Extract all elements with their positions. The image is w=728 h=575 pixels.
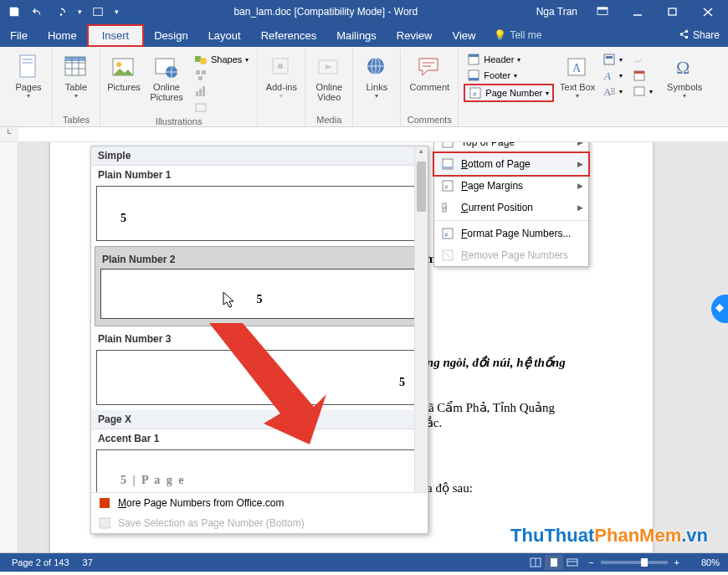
tab-file[interactable]: File xyxy=(0,24,38,47)
smartart-icon xyxy=(194,69,208,82)
web-layout-button[interactable] xyxy=(563,555,582,570)
pictures-button[interactable]: Pictures xyxy=(105,52,142,92)
date-time-button[interactable] xyxy=(629,68,656,83)
svg-rect-22 xyxy=(195,56,201,62)
svg-point-23 xyxy=(200,58,207,64)
ruler-corner: L xyxy=(0,127,18,141)
svg-text:#: # xyxy=(473,90,477,98)
ribbon-display-button[interactable] xyxy=(586,1,619,23)
gallery-item-plain3[interactable]: 5 xyxy=(96,350,423,405)
drop-cap-icon: A xyxy=(602,85,616,98)
status-words[interactable]: 37 xyxy=(76,557,100,567)
watermark: ThuThuatPhanMem.vn xyxy=(510,525,708,547)
user-name[interactable]: Nga Tran xyxy=(530,6,584,18)
drop-cap-button[interactable]: A▾ xyxy=(599,84,626,99)
pages-button[interactable]: Pages ▾ xyxy=(10,52,47,100)
screenshot-button[interactable] xyxy=(191,100,252,115)
page-number-menu: Top of Page ▶ Bottom of Page ▶ # Page Ma… xyxy=(433,142,589,267)
status-bar: Page 2 of 143 37 − + 80% xyxy=(0,553,728,572)
svg-rect-57 xyxy=(443,142,453,147)
svg-rect-54 xyxy=(634,71,644,74)
svg-rect-32 xyxy=(278,64,283,69)
quick-parts-button[interactable]: ▾ xyxy=(599,52,626,67)
object-button[interactable]: ▾ xyxy=(629,84,656,99)
menu-remove-page-numbers: Remove Page Numbers xyxy=(434,244,588,266)
status-page[interactable]: Page 2 of 143 xyxy=(5,557,76,567)
svg-rect-26 xyxy=(198,76,203,80)
close-button[interactable] xyxy=(691,1,725,23)
gallery-item-plain2[interactable]: Plain Number 2 5 xyxy=(95,246,424,326)
tab-view[interactable]: View xyxy=(442,24,485,47)
tab-layout[interactable]: Layout xyxy=(198,24,251,47)
redo-button[interactable] xyxy=(50,3,72,21)
gallery-scrollbar[interactable]: ▴ ▾ xyxy=(414,146,428,503)
page-number-icon: # xyxy=(469,86,482,100)
qat-customize-button[interactable]: ▾ xyxy=(110,3,122,21)
menu-bottom-of-page[interactable]: Bottom of Page ▶ xyxy=(434,153,588,175)
gallery-scroll-thumb[interactable] xyxy=(417,162,426,212)
gallery-save-selection: Save Selection as Page Number (Bottom) xyxy=(91,513,428,533)
bottom-of-page-icon xyxy=(441,157,454,171)
text-box-button[interactable]: A Text Box ▾ xyxy=(559,52,596,100)
zoom-out-button[interactable]: − xyxy=(585,557,597,567)
svg-point-19 xyxy=(116,62,121,67)
header-button[interactable]: Header▾ xyxy=(464,52,554,67)
zoom-percent[interactable]: 80% xyxy=(686,557,720,567)
menu-current-position[interactable]: # Current Position ▶ xyxy=(434,197,588,218)
print-layout-button[interactable] xyxy=(545,555,563,570)
signature-line-button[interactable] xyxy=(629,52,656,67)
tab-design[interactable]: Design xyxy=(144,24,197,47)
svg-rect-1 xyxy=(94,8,103,16)
tell-me-search[interactable]: 💡 Tell me xyxy=(485,24,550,46)
submenu-arrow-icon: ▶ xyxy=(577,182,583,190)
gallery-more-from-office[interactable]: More Page Numbers from Office.com xyxy=(91,493,428,513)
online-video-button[interactable]: Online Video xyxy=(310,52,347,102)
save-button[interactable] xyxy=(3,3,25,21)
page-number-button[interactable]: # Page Number▾ xyxy=(464,84,554,102)
smartart-button[interactable] xyxy=(191,68,252,83)
group-tables-label: Tables xyxy=(58,113,95,126)
wordart-button[interactable]: A▾ xyxy=(599,68,626,83)
tab-home[interactable]: Home xyxy=(38,24,87,47)
footer-button[interactable]: Footer▾ xyxy=(464,68,554,83)
svg-text:A: A xyxy=(603,85,612,98)
addins-button[interactable]: Add-ins ▾ xyxy=(263,52,300,100)
online-pictures-button[interactable]: Online Pictures xyxy=(146,52,187,102)
group-media-label: Media xyxy=(310,113,347,126)
share-button[interactable]: Share xyxy=(669,23,728,48)
zoom-in-button[interactable]: + xyxy=(671,557,683,567)
menu-format-page-numbers[interactable]: # Format Page Numbers... xyxy=(434,223,588,244)
read-mode-button[interactable] xyxy=(526,555,545,570)
window-title: ban_lam.doc [Compatibility Mode] - Word xyxy=(122,6,530,18)
title-bar: ▾ ▾ ban_lam.doc [Compatibility Mode] - W… xyxy=(0,0,728,23)
vertical-ruler[interactable] xyxy=(0,142,18,552)
horizontal-ruler[interactable]: L xyxy=(0,127,728,142)
svg-rect-24 xyxy=(196,70,200,74)
chart-button[interactable] xyxy=(191,84,252,99)
touch-mode-button[interactable] xyxy=(87,3,109,21)
zoom-slider[interactable] xyxy=(601,561,668,564)
qat-more-button[interactable]: ▾ xyxy=(74,3,85,21)
tab-insert[interactable]: Insert xyxy=(87,24,145,47)
document-area[interactable]: tâm mỏ than Mông Dương từm. nô ể, sông n… xyxy=(0,142,728,553)
tab-review[interactable]: Review xyxy=(387,24,443,47)
tab-mailings[interactable]: Mailings xyxy=(326,24,387,47)
shapes-button[interactable]: Shapes ▾ xyxy=(191,52,252,67)
gallery-item-plain1[interactable]: 5 xyxy=(96,186,423,241)
svg-rect-29 xyxy=(203,86,205,96)
table-button[interactable]: Table ▾ xyxy=(58,52,95,100)
svg-rect-74 xyxy=(551,558,557,567)
lightbulb-icon: 💡 xyxy=(494,29,506,41)
symbols-button[interactable]: Ω Symbols ▾ xyxy=(666,52,703,100)
screenshot-icon xyxy=(194,100,208,114)
menu-top-of-page[interactable]: Top of Page ▶ xyxy=(434,142,588,153)
tab-references[interactable]: References xyxy=(251,24,326,47)
links-button[interactable]: Links ▾ xyxy=(358,52,395,100)
svg-rect-47 xyxy=(606,56,613,59)
menu-page-margins[interactable]: # Page Margins ▶ xyxy=(434,175,588,197)
minimize-button[interactable] xyxy=(621,1,654,23)
links-icon xyxy=(363,54,390,80)
comment-button[interactable]: Comment xyxy=(406,52,453,92)
maximize-button[interactable] xyxy=(656,1,690,23)
undo-button[interactable] xyxy=(27,3,49,21)
